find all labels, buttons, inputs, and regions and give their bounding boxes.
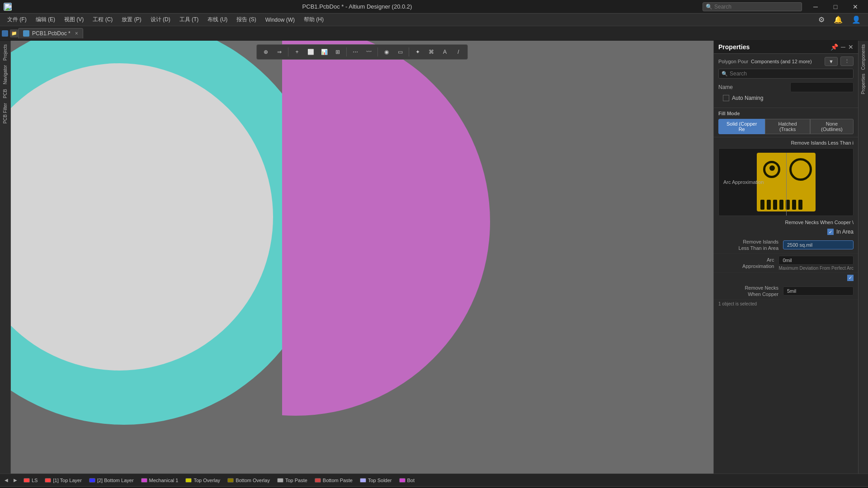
layer-nav-next[interactable]: ▶ — [12, 477, 19, 484]
menu-file[interactable]: 文件 (F) — [4, 14, 30, 25]
remove-necks-value-input[interactable] — [783, 286, 854, 296]
remove-islands-value-input[interactable] — [783, 240, 854, 249]
canvas-area[interactable]: ⊕ ⇒ + ⬜ 📊 ⊞ ⋯ 〰 ◉ ▭ ✦ ⌘ A / — [11, 41, 713, 474]
panel-scroll-area[interactable]: Polygon Pour Components (and 12 more) ▼ … — [714, 54, 858, 474]
tool-rect[interactable]: ⬜ — [304, 46, 317, 58]
tool-filter[interactable]: ⊕ — [259, 46, 272, 58]
layer-mechanical[interactable]: Mechanical 1 — [138, 477, 181, 484]
layer-bottom-overlay[interactable]: Bottom Overlay — [225, 477, 273, 484]
layer-top[interactable]: [1] Top Layer — [42, 477, 84, 484]
toolbar: ⊕ ⇒ + ⬜ 📊 ⊞ ⋯ 〰 ◉ ▭ ✦ ⌘ A / — [256, 44, 468, 60]
title-search-input[interactable] — [714, 4, 796, 10]
menu-window[interactable]: Window (W) — [262, 15, 298, 24]
layer-bottom-paste[interactable]: Bottom Paste — [312, 477, 355, 484]
preview-container: Arc Approximation — [718, 148, 854, 216]
panel-search-input[interactable] — [730, 70, 850, 77]
layer-bot[interactable]: Bot — [396, 477, 418, 484]
panel-close-icon[interactable]: ✕ — [848, 43, 854, 51]
pin-icon[interactable]: 📌 — [830, 43, 838, 51]
sidebar-item-projects[interactable]: Projects — [2, 42, 9, 62]
arc-checkbox-row: ✓ — [714, 273, 858, 283]
menu-place[interactable]: 放置 (P) — [118, 14, 145, 25]
sidebar-item-properties[interactable]: Properties — [860, 72, 867, 96]
in-area-checkbox[interactable]: ✓ — [827, 229, 834, 235]
sidebar-item-pcb-filter[interactable]: PCB Filter — [2, 101, 9, 126]
layer-nav-prev[interactable]: ◀ — [3, 477, 10, 484]
name-row: Name — [718, 82, 854, 92]
name-value-input[interactable] — [790, 82, 854, 92]
layer-bot-label: Bot — [407, 478, 415, 483]
fill-none-button[interactable]: None (Outlines) — [810, 119, 854, 134]
remove-necks-when-copper-label: Remove Necks When Copper — [718, 285, 783, 298]
auto-naming-row: Auto Naming — [718, 95, 854, 101]
tool-route[interactable]: ⋯ — [349, 46, 362, 58]
projects-sidebar-icon[interactable]: 📁 — [10, 29, 18, 38]
tool-line[interactable]: / — [452, 46, 465, 58]
tool-grid[interactable]: ⊞ — [331, 46, 344, 58]
layer-top-overlay[interactable]: Top Overlay — [183, 477, 223, 484]
settings-icon[interactable]: ⚙ — [815, 14, 828, 25]
layer-bottom-paste-color — [315, 478, 321, 483]
layer-ls-color — [24, 478, 30, 483]
fill-hatched-button[interactable]: Hatched (Tracks — [765, 119, 810, 134]
minimize-button[interactable]: ─ — [807, 0, 825, 14]
tool-circle[interactable]: ◉ — [380, 46, 393, 58]
restore-button[interactable]: □ — [826, 0, 844, 14]
title-search-box[interactable]: 🔍 — [703, 2, 802, 11]
panel-minimize-icon[interactable]: ─ — [841, 43, 845, 51]
remove-islands-label: Remove Islands Less Than in Area — [718, 239, 783, 252]
toolbar-separator-4 — [409, 47, 409, 56]
fill-solid-button[interactable]: Solid (Copper Re — [718, 119, 765, 134]
arc-approx-label: Arc Approximation — [718, 257, 778, 270]
panel-filter-section: Polygon Pour Components (and 12 more) ▼ … — [714, 54, 858, 108]
panel-title: Properties — [718, 43, 750, 51]
preview-pads — [760, 200, 802, 210]
menu-edit[interactable]: 编辑 (E) — [32, 14, 59, 25]
tool-text[interactable]: A — [439, 46, 451, 58]
tool-pin[interactable]: ✦ — [411, 46, 424, 58]
tool-wave[interactable]: 〰 — [363, 46, 375, 58]
tool-chart[interactable]: 📊 — [318, 46, 330, 58]
menu-report[interactable]: 报告 (S) — [233, 14, 259, 25]
pcb-tab[interactable]: PCB1.PcbDoc * × — [18, 28, 83, 38]
tool-add[interactable]: + — [291, 46, 303, 58]
account-icon[interactable]: 👤 — [848, 14, 864, 25]
tool-fill[interactable]: ▭ — [394, 46, 406, 58]
layer-top-overlay-label: Top Overlay — [193, 478, 220, 483]
filter-button[interactable]: ▼ — [825, 57, 838, 66]
layer-bot-color — [399, 478, 406, 483]
preview-pad-1 — [760, 200, 764, 210]
filter-extra-button[interactable]: ⋮ — [840, 56, 854, 66]
layer-ls[interactable]: LS — [21, 477, 40, 484]
menu-design[interactable]: 设计 (D) — [147, 14, 174, 25]
remove-necks-label: Remove Necks When Cooper \ — [714, 218, 858, 227]
layer-top-solder[interactable]: Top Solder — [357, 477, 395, 484]
sidebar-item-pcb[interactable]: PCB — [2, 87, 9, 100]
auto-naming-checkbox[interactable] — [723, 95, 729, 101]
panel-header-actions: 📌 ─ ✕ — [830, 43, 854, 51]
preview-pad-6 — [792, 200, 796, 210]
left-sidebar: Projects Navigator PCB PCB Filter — [0, 41, 11, 474]
menu-view[interactable]: 视图 (V) — [61, 14, 87, 25]
close-button[interactable]: ✕ — [846, 0, 864, 14]
layer-bottom[interactable]: [2] Bottom Layer — [86, 477, 137, 484]
layer-top-paste[interactable]: Top Paste — [274, 477, 310, 484]
arc-option-checkbox[interactable]: ✓ — [847, 275, 854, 281]
arc-approx-value-input[interactable] — [778, 256, 854, 265]
layer-bottom-label: [2] Bottom Layer — [97, 478, 134, 483]
layer-top-paste-color — [277, 478, 283, 483]
window-title: PCB1.PcbDoc * - Altium Designer (20.0.2) — [12, 3, 703, 10]
menu-project[interactable]: 工程 (C) — [89, 14, 116, 25]
sidebar-item-components[interactable]: Components — [860, 42, 867, 72]
tool-component[interactable]: ⌘ — [425, 46, 438, 58]
tool-select[interactable]: ⇒ — [273, 46, 286, 58]
menu-tools[interactable]: 工具 (T) — [176, 14, 203, 25]
title-bar: PCB1.PcbDoc * - Altium Designer (20.0.2)… — [0, 0, 868, 14]
tab-close-button[interactable]: × — [75, 30, 78, 37]
menu-help[interactable]: 帮助 (H) — [300, 14, 327, 25]
menu-route[interactable]: 布线 (U) — [204, 14, 231, 25]
notification-icon[interactable]: 🔔 — [830, 14, 846, 25]
layer-ls-label: LS — [32, 478, 38, 483]
sidebar-item-navigator[interactable]: Navigator — [2, 63, 9, 86]
app-icon — [4, 3, 12, 11]
